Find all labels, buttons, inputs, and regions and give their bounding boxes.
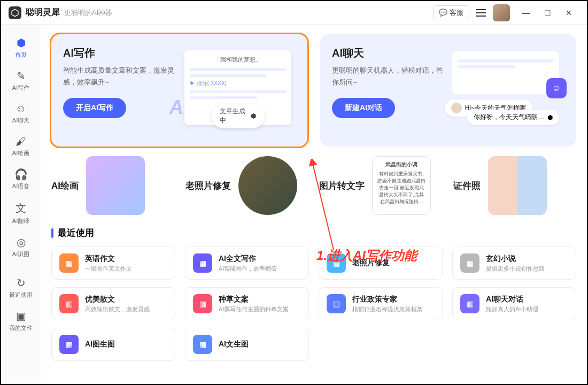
sidebar-item-label: AI翻译	[12, 217, 29, 225]
recent-card[interactable]: ▦AI聊天对话宛如真人的AI小助理	[452, 287, 576, 320]
chat-icon: 💬	[439, 9, 447, 17]
feature-ai-painting[interactable]: AI绘画	[51, 156, 175, 215]
sidebar-item-label: 我的文件	[9, 324, 33, 332]
smile-icon: ☺	[16, 103, 26, 115]
minimize-button[interactable]: —	[519, 5, 533, 20]
card-title: 行业政策专家	[352, 295, 423, 304]
bubble-avatar-icon	[451, 103, 462, 113]
promo-title: AI聊天	[332, 46, 444, 60]
sidebar-item-voice[interactable]: 🎧 AI语音	[5, 164, 37, 195]
feature-title: 图片转文字	[319, 180, 365, 192]
mock-doc-title: 「我和我的梦想」	[190, 56, 286, 64]
paper-title: 武昌街的小调	[377, 161, 426, 168]
feature-idphoto[interactable]: 证件照	[453, 156, 577, 215]
translate-icon: 文	[16, 201, 26, 215]
card-icon: ▦	[193, 335, 212, 354]
card-desc: 宛如真人的AI小助理	[486, 305, 538, 313]
feature-image	[86, 156, 145, 215]
card-desc: 高效输出散文，激发灵感	[85, 305, 150, 313]
main-content: AI写作 智能生成高质量文章和文案，激发灵感，效率飙升~ 开启AI写作 AI 「…	[41, 25, 587, 384]
feature-image	[488, 156, 547, 215]
sidebar-item-label: AI识图	[12, 250, 29, 258]
card-title: 玄幻小说	[486, 254, 545, 264]
close-button[interactable]: ✕	[561, 5, 576, 20]
promo-ai-writing[interactable]: AI写作 智能生成高质量文章和文案，激发灵感，效率飙升~ 开启AI写作 AI 「…	[51, 34, 307, 147]
recent-card[interactable]: ▦AI全文写作AI智能写作，效率翻倍	[185, 247, 309, 280]
sidebar-item-recent[interactable]: ↻ 最近使用	[5, 272, 37, 303]
recent-card[interactable]: ▦玄幻小说提供更多小说创作思路	[452, 247, 576, 280]
new-chat-button[interactable]: 新建AI对话	[332, 98, 395, 118]
sidebar-item-writing[interactable]: ✎ AI写作	[5, 65, 37, 96]
home-icon: ⬢	[17, 36, 26, 49]
scan-icon: ◎	[17, 236, 26, 249]
feature-ocr[interactable]: 图片转文字 武昌街的小调 有时候到重庆逛买书,总会不自觉地跑武昌街去走一回,最近…	[319, 156, 443, 215]
user-avatar[interactable]	[493, 4, 510, 21]
sidebar-item-label: 首页	[15, 51, 27, 59]
promo-ai-chat[interactable]: AI聊天 更聪明的聊天机器人，轻松对话，答你所问~ 新建AI对话 ☺ Hi~今天…	[320, 34, 576, 147]
card-icon: ▦	[59, 253, 79, 273]
card-title: 老照片修复	[352, 258, 390, 268]
card-icon: ▦	[59, 335, 79, 354]
chat-fab-icon: ☺	[546, 78, 567, 98]
card-title: 种草文案	[219, 295, 289, 304]
start-writing-button[interactable]: 开启AI写作	[63, 98, 126, 118]
recent-card[interactable]: ▦种草文案AI撰写任何主题的种草文案	[185, 287, 309, 320]
hex-icon: ⬢	[251, 112, 256, 120]
sidebar-item-ocr[interactable]: ◎ AI识图	[5, 232, 37, 263]
card-desc: 提供更多小说创作思路	[486, 265, 545, 273]
recent-card[interactable]: ▦AI图生图	[51, 328, 175, 361]
brush-icon: 🖌	[16, 135, 26, 148]
recent-card[interactable]: ▦英语作文一键创作英文作文	[51, 247, 175, 280]
recent-card[interactable]: ▦AI文生图	[185, 328, 309, 361]
card-desc: 一键创作英文作文	[85, 265, 132, 273]
section-header-recent: 最近使用	[51, 227, 576, 239]
sidebar-item-painting[interactable]: 🖌 AI绘画	[5, 131, 37, 161]
generating-label: 文章生成中	[220, 107, 247, 125]
pen-icon: ✎	[17, 70, 26, 82]
feature-title: AI绘画	[51, 180, 79, 192]
hex-icon: ⬢	[547, 114, 553, 121]
sidebar-item-chat[interactable]: ☺ AI聊天	[5, 98, 37, 129]
card-icon: ▦	[460, 294, 479, 313]
recent-card[interactable]: ▦优美散文高效输出散文，激发灵感	[51, 287, 175, 320]
mock-document: 「我和我的梦想」 ▶ 批注( XXXX) 文章生成中 ⬢	[184, 50, 291, 125]
recent-card[interactable]: ▦行业政策专家根据行业名称提供政策框架	[319, 287, 443, 320]
chat-bubble: 你好呀，今天天气晴朗… ⬢	[467, 110, 559, 125]
card-title: AI全文写作	[219, 254, 277, 264]
mock-note: ▶ 批注( XXXX)	[190, 80, 286, 87]
menu-button[interactable]	[474, 5, 489, 20]
promo-title: AI写作	[63, 46, 175, 60]
sidebar: ⬢ 首页 ✎ AI写作 ☺ AI聊天 🖌 AI绘画 🎧 AI语音 文 AI翻译 …	[1, 25, 41, 384]
promo-desc: 更聪明的聊天机器人，轻松对话，答你所问~	[332, 65, 444, 88]
file-icon: ▣	[16, 310, 26, 322]
support-label: 客服	[450, 8, 463, 18]
feature-image	[238, 156, 297, 215]
card-icon: ▦	[327, 253, 346, 273]
maximize-button[interactable]: ☐	[540, 5, 555, 20]
generating-pill: 文章生成中 ⬢	[211, 104, 265, 128]
card-icon: ▦	[460, 253, 479, 273]
card-title: 优美散文	[85, 295, 150, 304]
feature-title: 老照片修复	[185, 180, 231, 192]
svg-marker-0	[12, 9, 18, 16]
sidebar-item-translate[interactable]: 文 AI翻译	[5, 197, 37, 229]
app-tagline: 更聪明的AI神器	[64, 8, 112, 18]
mock-chat-window	[452, 51, 559, 94]
app-name: 聪明灵犀	[26, 7, 60, 18]
card-title: AI文生图	[219, 340, 249, 349]
feature-photo-restore[interactable]: 老照片修复	[185, 156, 309, 215]
sidebar-item-label: AI绘画	[12, 149, 29, 157]
sidebar-item-files[interactable]: ▣ 我的文件	[5, 305, 37, 336]
sidebar-item-label: AI写作	[12, 84, 29, 92]
bubble-text: 你好呀，今天天气晴朗…	[474, 113, 544, 122]
history-icon: ↻	[17, 276, 26, 289]
card-title: AI聊天对话	[486, 295, 538, 304]
card-desc: AI撰写任何主题的种草文案	[219, 305, 289, 313]
support-button[interactable]: 💬 客服	[433, 5, 469, 20]
sidebar-item-home[interactable]: ⬢ 首页	[5, 32, 37, 63]
card-desc: 根据行业名称提供政策框架	[352, 305, 423, 313]
card-icon: ▦	[193, 253, 212, 273]
card-icon: ▦	[193, 294, 212, 313]
sidebar-item-label: 最近使用	[9, 291, 33, 299]
recent-card[interactable]: ▦老照片修复	[319, 247, 443, 280]
